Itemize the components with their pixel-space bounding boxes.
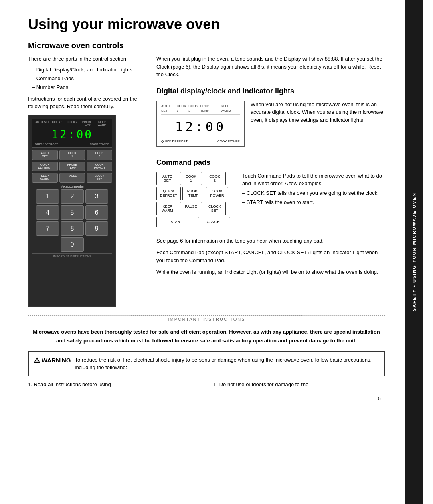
cmd-keep-warm[interactable]: KEEPWARM (156, 202, 178, 216)
right-intro-text: When you first plug in the oven, a tone … (156, 55, 385, 79)
mw-display-area: AUTO SET COOK 1 COOK 2 PROBE TEMP KEEP W… (32, 119, 112, 148)
mw-microcomputer-label: Microcomputer (32, 184, 112, 188)
cmd-cook-power[interactable]: COOKPOWER (206, 187, 228, 200)
mw-num-0[interactable]: 0 (61, 237, 83, 252)
cmd-probe-temp[interactable]: PROBETEMP (182, 187, 204, 200)
cmd-cancel[interactable]: CANCEL (198, 217, 230, 227)
mw-num-6[interactable]: 6 (85, 205, 108, 220)
display-indicators: AUTO SET COOK 1 COOK 2 PROBE TEMP KEEP W… (161, 104, 240, 115)
mw-keep-warm-btn[interactable]: KEEPWARM (32, 173, 58, 183)
command-section: Command pads AUTOSET COOK1 COOK2 QUICK (156, 157, 385, 276)
bottom-instruction-2: 11. Do not use outdoors for damage to th… (210, 381, 385, 389)
cmd-auto-set[interactable]: AUTOSET (156, 172, 178, 186)
mw-auto-set-btn[interactable]: AUTOSET (32, 150, 58, 160)
mw-probe-temp-btn[interactable]: PROBETEMP (59, 162, 85, 172)
mw-num-4[interactable]: 4 (36, 205, 59, 220)
divider-line (28, 315, 385, 316)
mw-indicator: KEEP WARM (95, 121, 109, 126)
warning-triangle-icon: ⚠ (34, 356, 40, 365)
mw-cook-power-btn[interactable]: COOKPOWER (87, 162, 112, 172)
cmd-cook1[interactable]: COOK1 (180, 172, 202, 186)
safety-note-text: Microwave ovens have been thoroughly tes… (28, 326, 385, 347)
mw-cook1-btn[interactable]: COOK1 (59, 150, 85, 160)
command-note1: See page 6 for information on the tone y… (156, 237, 385, 245)
command-grid-demo: AUTOSET COOK1 COOK2 QUICKDEFROST PROBETE… (156, 172, 230, 229)
mw-time-display: 12:00 (35, 127, 109, 142)
mw-num-8[interactable]: 8 (61, 221, 83, 236)
mw-pause-btn[interactable]: PAUSE (59, 173, 85, 183)
microwave-image: AUTO SET COOK 1 COOK 2 PROBE TEMP KEEP W… (28, 115, 116, 307)
mw-indicator: PROBE TEMP (80, 121, 95, 126)
digital-section-heading: Digital display/clock and indicator ligh… (156, 86, 385, 97)
cmd-cook2[interactable]: COOK2 (204, 172, 226, 186)
divider-line2 (28, 324, 385, 324)
intro-note: Instructions for each control are covere… (28, 95, 144, 111)
mw-quick-defrost-btn[interactable]: QUICKDEFROST (32, 162, 58, 172)
mw-cook2-btn[interactable]: COOK2 (87, 150, 112, 160)
display-demo: AUTO SET COOK 1 COOK 2 PROBE TEMP KEEP W… (156, 101, 245, 147)
intro-list-item: Command Pads (32, 74, 144, 83)
mw-num-2[interactable]: 2 (61, 189, 83, 204)
cmd-quick-defrost[interactable]: QUICKDEFROST (156, 187, 181, 200)
digital-section: Digital display/clock and indicator ligh… (156, 86, 385, 151)
cmd-start[interactable]: START (156, 217, 196, 227)
command-description: Touch Command Pads to tell the microwave… (242, 172, 385, 206)
mw-footer: IMPORTANT INSTRUCTIONS (32, 253, 112, 258)
warning-text: To reduce the risk of fire, electrical s… (75, 356, 380, 372)
page-title: Using your microwave oven (28, 16, 385, 33)
side-tab: SAFETY • USING YOUR MICROWAVE OVEN (405, 0, 423, 504)
mw-bottom-label: QUICK DEFROST (35, 143, 58, 146)
cmd-clock-set[interactable]: CLOCKSET (204, 202, 226, 216)
mw-num-9[interactable]: 9 (85, 221, 108, 236)
mw-clock-set-btn[interactable]: CLOCKSET (87, 173, 112, 183)
cmd-pause[interactable]: PAUSE (180, 202, 202, 216)
intro-list-item: Digital Display/Clock, and Indicator Lig… (32, 65, 144, 74)
command-note2: Each Command Pad (except START, CANCEL, … (156, 249, 385, 264)
intro-list-item: Number Pads (32, 83, 144, 92)
mw-num-3[interactable]: 3 (85, 189, 108, 204)
command-note3: While the oven is running, an Indicator … (156, 268, 385, 276)
warning-box: ⚠ WARNING To reduce the risk of fire, el… (28, 351, 385, 376)
display-demo-bottom: QUICK DEFROST COOK POWER (161, 138, 240, 144)
display-description: When you are not using the microwave ove… (245, 101, 385, 124)
mw-indicator: COOK 1 (50, 121, 65, 126)
intro-list: Digital Display/Clock, and Indicator Lig… (28, 65, 144, 92)
command-section-heading: Command pads (156, 157, 385, 168)
mw-num-5[interactable]: 5 (61, 205, 83, 220)
mw-bottom-label: COOK POWER (90, 143, 109, 146)
mw-number-grid: 1 2 3 4 5 6 7 8 9 0 (32, 189, 112, 252)
mw-indicator: COOK 2 (65, 121, 79, 126)
important-instructions-banner: IMPORTANT INSTRUCTIONS (28, 317, 385, 322)
bottom-instruction-1: 1. Read all instructions before using (28, 381, 202, 389)
bottom-instructions: 1. Read all instructions before using 11… (28, 381, 385, 392)
mw-num-1[interactable]: 1 (36, 189, 59, 204)
page-number: 5 (28, 395, 385, 401)
mw-num-7[interactable]: 7 (36, 221, 59, 236)
warning-label: ⚠ WARNING (34, 356, 71, 365)
mw-indicator: AUTO SET (35, 121, 50, 126)
side-tab-text: SAFETY • USING YOUR MICROWAVE OVEN (412, 192, 417, 311)
intro-text: There are three parts in the control sec… (28, 55, 144, 63)
display-demo-time: 12:00 (161, 115, 240, 138)
section1-heading: Microwave oven controls (28, 41, 385, 50)
